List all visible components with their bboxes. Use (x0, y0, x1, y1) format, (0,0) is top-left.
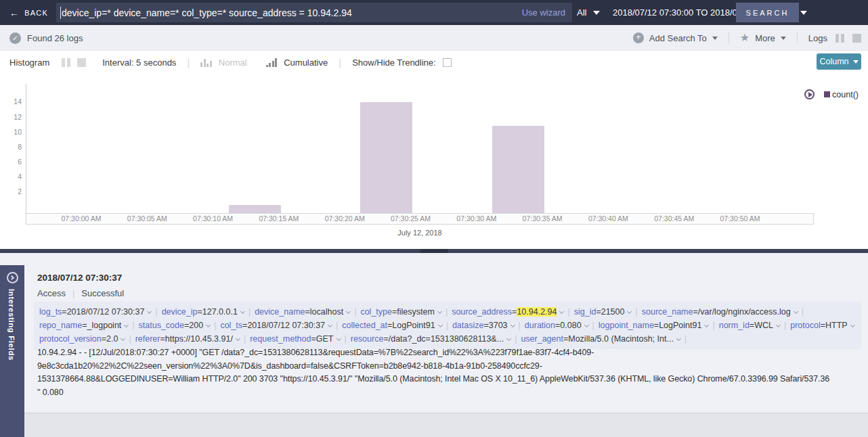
field-value[interactable]: 0.080 (560, 321, 581, 330)
field-key[interactable]: protocol (790, 321, 820, 330)
chevron-down-icon[interactable] (627, 309, 632, 314)
field-tag[interactable]: protocol_version=2.0 (39, 334, 127, 344)
search-query-input[interactable]: device_ip=* device_name=* col_type=* sou… (56, 3, 572, 22)
field-tag[interactable]: collected_at=LogPoint91 (342, 321, 443, 330)
add-search-to-dropdown[interactable]: + Add Search To (633, 32, 718, 43)
field-key[interactable]: collected_at (342, 321, 387, 330)
chevron-down-icon[interactable] (328, 323, 332, 327)
field-key[interactable]: device_name (255, 307, 305, 317)
field-tag[interactable]: device_name=localhost (255, 307, 352, 317)
logs-table-view-icon[interactable] (852, 34, 861, 43)
field-tag[interactable]: device_ip=127.0.0.1 (162, 307, 246, 317)
field-key[interactable]: logpoint_name (599, 321, 654, 330)
repo-scope-dropdown[interactable]: All (577, 0, 600, 25)
field-value[interactable]: 3703 (489, 321, 508, 330)
field-value[interactable]: GET (316, 334, 334, 344)
field-tag[interactable]: source_address=10.94.2.94 (452, 307, 565, 317)
field-value[interactable]: 200 (189, 321, 203, 330)
chart-type-button[interactable]: Column (817, 53, 861, 70)
use-wizard-link[interactable]: Use wizard (522, 7, 565, 18)
field-key[interactable]: source_name (642, 307, 693, 317)
field-key[interactable]: repo_name (39, 321, 82, 330)
field-value[interactable]: localhost (310, 307, 343, 317)
trendline-checkbox[interactable] (443, 58, 452, 67)
cumulative-chart-icon[interactable] (266, 58, 278, 67)
chevron-down-icon[interactable] (124, 323, 129, 327)
field-value[interactable]: 2018/07/12 07:30:37 (67, 307, 145, 317)
label-successful[interactable]: Successful (81, 288, 124, 298)
chevron-down-icon[interactable] (850, 323, 855, 327)
field-tag[interactable]: status_code=200 (139, 321, 213, 330)
legend-item-count[interactable]: count() (824, 90, 859, 99)
field-value[interactable]: /var/log/nginx/access.log (698, 307, 791, 317)
field-key[interactable]: user_agent (521, 334, 563, 344)
field-value[interactable]: https://10.45.3.91/ (165, 334, 233, 344)
normal-label[interactable]: Normal (219, 58, 247, 68)
field-value[interactable]: 2.0 (106, 334, 118, 344)
field-key[interactable]: status_code (139, 321, 184, 330)
expand-sidebar-icon[interactable] (7, 272, 18, 283)
field-value[interactable]: HTTP (825, 321, 848, 330)
chevron-down-icon[interactable] (511, 323, 515, 327)
field-value[interactable]: /data?_dc=1531380628113&... (389, 334, 504, 344)
field-key[interactable]: col_ts (220, 321, 242, 330)
histogram-bar[interactable] (492, 126, 544, 213)
logs-column-view-icon[interactable] (836, 34, 844, 43)
field-key[interactable]: request_method (250, 334, 311, 344)
field-key[interactable]: norm_id (719, 321, 750, 330)
field-tag[interactable]: user_agent=Mozilla/5.0 (Macintosh; Int..… (521, 334, 682, 344)
field-value[interactable]: 21500 (601, 307, 625, 317)
field-tag[interactable]: sig_id=21500 (574, 307, 634, 317)
field-key[interactable]: device_ip (162, 307, 198, 317)
chevron-down-icon[interactable] (437, 309, 442, 314)
label-access[interactable]: Access (37, 288, 66, 298)
field-value[interactable]: 127.0.0.1 (202, 307, 238, 317)
chevron-down-icon[interactable] (121, 336, 125, 341)
field-tag[interactable]: referer=https://10.45.3.91/ (135, 334, 242, 344)
field-tag[interactable]: log_ts=2018/07/12 07:30:37 (39, 307, 153, 317)
chevron-down-icon[interactable] (206, 323, 211, 327)
chevron-down-icon[interactable] (438, 323, 443, 327)
histogram-split-view-icon[interactable] (62, 58, 70, 67)
field-tag[interactable]: col_type=filesystem (360, 307, 443, 317)
normal-chart-icon[interactable] (200, 58, 212, 67)
chevron-down-icon[interactable] (776, 323, 781, 327)
chevron-down-icon[interactable] (584, 323, 589, 327)
field-key[interactable]: resource (351, 334, 384, 344)
chevron-down-icon[interactable] (346, 309, 351, 314)
field-tag[interactable]: source_name=/var/log/nginx/access.log (642, 307, 800, 317)
field-key[interactable]: referer (135, 334, 160, 344)
histogram-bar[interactable] (229, 205, 281, 213)
field-value[interactable]: _logpoint (87, 321, 122, 330)
field-value[interactable]: Mozilla/5.0 (Macintosh; Int... (568, 334, 674, 344)
chevron-down-icon[interactable] (336, 336, 341, 341)
search-button[interactable]: SEARCH (736, 3, 799, 22)
field-key[interactable]: datasize (452, 321, 484, 330)
field-tag[interactable]: norm_id=WCL (719, 321, 782, 330)
field-tag[interactable]: resource=/data?_dc=1531380628113&... (351, 334, 513, 344)
field-key[interactable]: log_ts (39, 307, 62, 317)
field-tag[interactable]: duration=0.080 (525, 321, 590, 330)
cumulative-label[interactable]: Cumulative (284, 58, 328, 68)
field-value[interactable]: 2018/07/12 07:30:37 (247, 321, 325, 330)
chevron-down-icon[interactable] (794, 309, 798, 314)
histogram-bar[interactable] (360, 102, 412, 213)
chevron-down-icon[interactable] (559, 309, 564, 314)
field-value[interactable]: WCL (754, 321, 773, 330)
interesting-fields-sidebar[interactable]: Interesting Fields (0, 265, 24, 437)
chevron-down-icon[interactable] (147, 309, 152, 314)
field-value[interactable]: filesystem (397, 307, 435, 317)
play-icon[interactable] (804, 89, 815, 99)
field-key[interactable]: sig_id (574, 307, 596, 317)
field-tag[interactable]: datasize=3703 (452, 321, 517, 330)
search-query-text[interactable]: device_ip=* device_name=* col_type=* sou… (62, 7, 522, 18)
field-tag[interactable]: protocol=HTTP (790, 321, 856, 330)
back-button[interactable]: ← BACK (9, 0, 48, 25)
histogram-merged-view-icon[interactable] (77, 58, 86, 67)
chevron-down-icon[interactable] (240, 309, 245, 314)
field-key[interactable]: source_address (452, 307, 512, 317)
more-dropdown[interactable]: ★ More (740, 32, 786, 43)
chevron-down-icon[interactable] (236, 336, 240, 341)
field-key[interactable]: duration (525, 321, 555, 330)
chevron-down-icon[interactable] (704, 323, 709, 327)
